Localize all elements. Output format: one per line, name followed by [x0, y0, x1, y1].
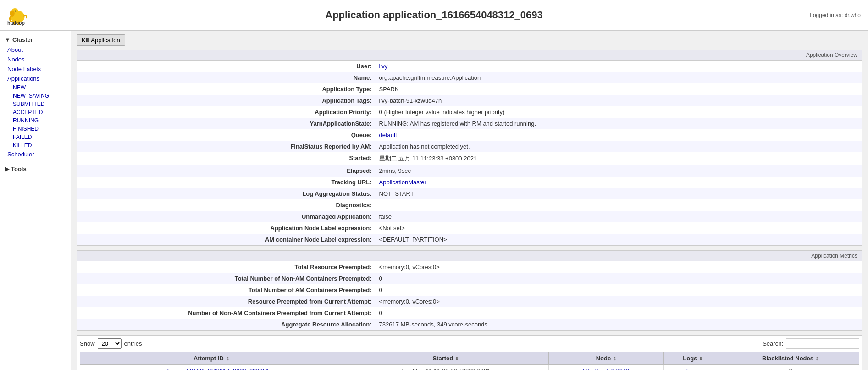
sort-icon: ⇕: [613, 356, 616, 361]
metrics-row-value: 732617 MB-seconds, 349 vcore-seconds: [376, 319, 862, 330]
overview-row-value: 2mins, 9sec: [376, 165, 862, 177]
metrics-row-value: 0: [376, 273, 862, 284]
overview-row-label: Log Aggregation Status:: [77, 188, 376, 199]
overview-row: AM container Node Label expression:<DEFA…: [77, 234, 862, 245]
overview-row-value: org.apache.griffin.measure.Application: [376, 72, 862, 83]
logo: hadoop: [7, 4, 35, 27]
layout: ▼ Cluster About Nodes Node Labels Applic…: [0, 31, 868, 370]
overview-row-label: Queue:: [77, 129, 376, 141]
overview-row: Queue:default: [77, 129, 862, 141]
overview-row: Diagnostics:: [77, 199, 862, 211]
overview-row-label: User:: [77, 61, 376, 72]
sort-icon: ⇕: [226, 356, 229, 361]
metrics-row: Resource Preempted from Current Attempt:…: [77, 296, 862, 307]
overview-row-value: false: [376, 211, 862, 222]
attempt-id-cell[interactable]: appattempt_1616654048312_0693_000001: [80, 365, 343, 370]
metrics-row: Total Number of AM Containers Preempted:…: [77, 284, 862, 296]
entries-select[interactable]: 10202550100: [98, 338, 122, 349]
overview-row: Application Type:SPARK: [77, 83, 862, 95]
sidebar-item-failed[interactable]: FAILED: [0, 133, 71, 141]
sidebar-item-about[interactable]: About: [0, 45, 71, 55]
overview-row-value[interactable]: default: [376, 129, 862, 141]
overview-row-label: Application Priority:: [77, 106, 376, 118]
sort-icon: ⇕: [455, 356, 459, 361]
overview-row-value: [376, 199, 862, 211]
node-cell[interactable]: http://node2:8042: [549, 365, 664, 370]
metrics-row-value: 0: [376, 307, 862, 319]
sidebar-item-new-saving[interactable]: NEW_SAVING: [0, 92, 71, 100]
col-header-blacklisted-nodes[interactable]: Blacklisted Nodes⇕: [722, 352, 859, 365]
attempts-table: Attempt ID⇕Started⇕Node⇕Logs⇕Blacklisted…: [80, 352, 859, 370]
metrics-panel: Application Metrics Total Resource Preem…: [77, 250, 862, 331]
col-header-logs[interactable]: Logs⇕: [663, 352, 722, 365]
col-header-node[interactable]: Node⇕: [549, 352, 664, 365]
sidebar-item-accepted[interactable]: ACCEPTED: [0, 108, 71, 116]
table-row: appattempt_1616654048312_0693_000001Tue …: [80, 365, 859, 370]
metrics-row-value: <memory:0, vCores:0>: [376, 261, 862, 273]
sidebar-item-killed[interactable]: KILLED: [0, 141, 71, 149]
overview-row: Tracking URL:ApplicationMaster: [77, 177, 862, 188]
overview-row-label: Name:: [77, 72, 376, 83]
overview-row-value: Application has not completed yet.: [376, 141, 862, 152]
tools-section[interactable]: ▶ Tools: [0, 164, 71, 174]
tools-toggle-icon: ▶: [5, 166, 9, 172]
metrics-row: Total Number of Non-AM Containers Preemp…: [77, 273, 862, 284]
logs-cell[interactable]: Logs: [663, 365, 722, 370]
overview-row-value[interactable]: ApplicationMaster: [376, 177, 862, 188]
overview-row: Application Tags:livy-batch-91-xzwud47h: [77, 95, 862, 106]
page-title: Application application_1616654048312_06…: [325, 9, 542, 21]
overview-row-link[interactable]: default: [379, 132, 397, 138]
col-header-attempt-id[interactable]: Attempt ID⇕: [80, 352, 343, 365]
main-content: Kill Application Application Overview Us…: [71, 31, 868, 370]
search-input[interactable]: [786, 338, 859, 349]
overview-row-label: Elapsed:: [77, 165, 376, 177]
col-header-started[interactable]: Started⇕: [343, 352, 549, 365]
overview-row-value: RUNNING: AM has registered with RM and s…: [376, 118, 862, 129]
sidebar: ▼ Cluster About Nodes Node Labels Applic…: [0, 31, 71, 370]
sidebar-item-applications[interactable]: Applications: [0, 74, 71, 83]
cluster-label: Cluster: [12, 36, 33, 43]
overview-row-label: Started:: [77, 152, 376, 165]
sidebar-item-finished[interactable]: FINISHED: [0, 125, 71, 133]
cluster-toggle-icon: ▼: [5, 36, 11, 43]
sidebar-item-node-labels[interactable]: Node Labels: [0, 64, 71, 74]
node-link[interactable]: http://node2:8042: [583, 367, 629, 370]
overview-row-label: AM container Node Label expression:: [77, 234, 376, 245]
sidebar-item-running[interactable]: RUNNING: [0, 116, 71, 125]
entries-label: entries: [124, 340, 142, 347]
kill-application-button[interactable]: Kill Application: [77, 34, 125, 46]
overview-row-value: 0 (Higher Integer value indicates higher…: [376, 106, 862, 118]
attempt-id-link[interactable]: appattempt_1616654048312_0693_000001: [153, 367, 269, 370]
sidebar-item-nodes[interactable]: Nodes: [0, 55, 71, 64]
overview-row: Unmanaged Application:false: [77, 211, 862, 222]
overview-row-link[interactable]: ApplicationMaster: [379, 179, 426, 186]
overview-row-link[interactable]: livy: [379, 63, 388, 70]
sidebar-item-scheduler[interactable]: Scheduler: [0, 149, 71, 159]
search-box: Search:: [763, 338, 859, 349]
overview-row: Started:星期二 五月 11 11:23:33 +0800 2021: [77, 152, 862, 165]
sidebar-item-submitted[interactable]: SUBMITTED: [0, 100, 71, 108]
cluster-section[interactable]: ▼ Cluster: [0, 34, 71, 45]
attempts-section: Show 10202550100 entries Search: Attempt…: [77, 335, 862, 370]
svg-point-3: [15, 11, 17, 12]
overview-row-label: FinalStatus Reported by AM:: [77, 141, 376, 152]
header: hadoop Application application_161665404…: [0, 0, 868, 31]
overview-row-value: 星期二 五月 11 11:23:33 +0800 2021: [376, 152, 862, 165]
logs-link[interactable]: Logs: [686, 367, 699, 370]
sidebar-item-new[interactable]: NEW: [0, 83, 71, 92]
overview-row-label: Application Tags:: [77, 95, 376, 106]
sort-icon: ⇕: [699, 356, 702, 361]
overview-row-value[interactable]: livy: [376, 61, 862, 72]
metrics-row-value: 0: [376, 284, 862, 296]
metrics-row: Aggregate Resource Allocation:732617 MB-…: [77, 319, 862, 330]
tools-label: Tools: [11, 166, 27, 172]
metrics-row-label: Resource Preempted from Current Attempt:: [77, 296, 376, 307]
overview-row-label: Application Type:: [77, 83, 376, 95]
metrics-row-label: Aggregate Resource Allocation:: [77, 319, 376, 330]
overview-row-label: Diagnostics:: [77, 199, 376, 211]
login-info: Logged in as: dr.who: [810, 12, 861, 18]
metrics-row-label: Number of Non-AM Containers Preempted fr…: [77, 307, 376, 319]
metrics-row: Total Resource Preempted:<memory:0, vCor…: [77, 261, 862, 273]
hadoop-logo: hadoop: [7, 4, 35, 27]
started-cell: Tue May 11 11:23:33 +0800 2021: [343, 365, 549, 370]
